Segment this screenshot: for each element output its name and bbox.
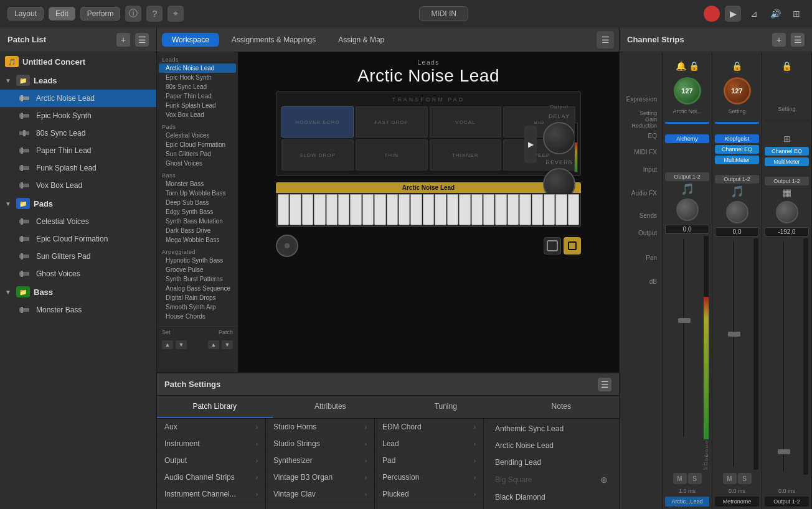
sidebar-item-bass-group[interactable]: ▼ 📁 Bass — [0, 283, 156, 301]
workspace-menu-button[interactable]: ☰ — [597, 31, 614, 49]
ws-pl-groove-pulse[interactable]: Groove Pulse — [157, 265, 238, 274]
tab-notes[interactable]: Notes — [504, 396, 620, 418]
white-key[interactable] — [278, 194, 289, 225]
tp-cell-vocal[interactable]: VOCAL — [430, 106, 502, 138]
patch-list-menu-button[interactable]: ☰ — [135, 33, 149, 47]
ps-item-aux[interactable]: Aux› — [157, 419, 265, 436]
sidebar-item-pads-group[interactable]: ▼ 📁 Pads — [0, 194, 156, 213]
white-key[interactable] — [374, 194, 385, 225]
sidebar-item-arctic-noise-lead[interactable]: Arctic Noise Lead — [0, 90, 156, 107]
input-klopfgeist[interactable]: Klopfgeist — [715, 134, 759, 143]
expression-knob-metronome[interactable]: 127 — [724, 77, 751, 105]
channel-strips-add-button[interactable]: + — [772, 33, 786, 47]
audiofx-channel-eq[interactable]: Channel EQ — [715, 145, 759, 154]
ws-pl-synth-bass-mutation[interactable]: Synth Bass Mutation — [157, 217, 238, 226]
ps-note-bending-lead[interactable]: Bending Lead — [489, 455, 614, 470]
white-key[interactable] — [435, 194, 446, 225]
sidebar-item-vox-box-lead[interactable]: Vox Box Lead — [0, 177, 156, 194]
fader-track-output[interactable] — [782, 240, 785, 473]
white-key[interactable] — [350, 194, 361, 225]
ws-pl-paper-thin-lead[interactable]: Paper Thin Lead — [157, 91, 238, 101]
ps-item-studio-strings[interactable]: Studio Strings› — [266, 436, 374, 452]
ws-prev-button[interactable]: ▲ — [162, 340, 173, 349]
play-button[interactable]: ▶ — [725, 6, 741, 22]
layout-button[interactable]: Layout — [7, 7, 44, 21]
ws-pl-monster-bass[interactable]: Monster Bass — [157, 179, 238, 189]
tab-tuning[interactable]: Tuning — [388, 396, 504, 418]
ps-item-vintage-b3-organ[interactable]: Vintage B3 Organ› — [266, 469, 374, 486]
sidebar-item-untitled-concert[interactable]: 🎵 Untitled Concert — [0, 52, 156, 71]
audiofx-multimeter-output[interactable]: MultiMeter — [765, 157, 809, 166]
white-key[interactable] — [471, 194, 483, 225]
sidebar-item-paper-thin-lead[interactable]: Paper Thin Lead — [0, 142, 156, 159]
white-key[interactable] — [423, 194, 434, 225]
ps-item-vintage-clav[interactable]: Vintage Clav› — [266, 486, 374, 503]
sidebar-item-celestial-voices[interactable]: Celestial Voices — [0, 213, 156, 230]
keyboard-active-button[interactable] — [564, 237, 581, 254]
white-key[interactable] — [447, 194, 458, 225]
ws-pl-analog-bass-sequence[interactable]: Analog Bass Sequence — [157, 284, 238, 293]
ps-item-instrument[interactable]: Instrument› — [157, 436, 265, 452]
keyboard-keys[interactable] — [276, 193, 581, 227]
input-alchemy[interactable]: Alchemy — [665, 134, 709, 143]
white-key[interactable] — [507, 194, 519, 225]
ws-pl-80s-sync-lead[interactable]: 80s Sync Lead — [157, 82, 238, 91]
volume-icon[interactable]: 🔊 — [767, 6, 783, 22]
tp-cell-hoover-echo[interactable]: HOOVER ECHO — [281, 106, 354, 138]
white-key[interactable] — [555, 194, 567, 225]
sidebar-item-leads-group[interactable]: ▼ 📁 Leads — [0, 71, 156, 90]
ws-pl-mega-wobble-bass[interactable]: Mega Wobble Bass — [157, 235, 238, 245]
mute-button-arctic[interactable]: M — [673, 473, 687, 484]
white-key[interactable] — [362, 194, 374, 225]
ws-pl-epic-hook-synth[interactable]: Epic Hook Synth — [157, 73, 238, 82]
ws-next-patch-button[interactable]: ▼ — [222, 340, 233, 349]
channel-strips-menu-button[interactable]: ☰ — [791, 33, 805, 47]
output-metronome[interactable]: Output 1-2 — [715, 175, 759, 184]
sidebar-item-epic-cloud-formation[interactable]: Epic Cloud Formation — [0, 230, 156, 248]
white-key[interactable] — [519, 194, 531, 225]
audiofx-multimeter[interactable]: MultiMeter — [715, 156, 759, 164]
patch-settings-menu-button[interactable]: ☰ — [598, 378, 611, 391]
ps-item-audio-channel-strips[interactable]: Audio Channel Strips› — [157, 469, 265, 486]
ws-pl-ghost-voices[interactable]: Ghost Voices — [157, 159, 238, 168]
white-key[interactable] — [568, 194, 579, 225]
ws-pl-synth-burst-patterns[interactable]: Synth Burst Patterns — [157, 274, 238, 284]
search-icon[interactable]: ⌖ — [168, 6, 184, 22]
ws-pl-house-chords[interactable]: House Chords — [157, 312, 238, 321]
ws-pl-torn-up-wobble-bass[interactable]: Torn Up Wobble Bass — [157, 189, 238, 198]
pan-knob-output[interactable] — [776, 201, 798, 223]
fader-track-arctic[interactable] — [682, 238, 685, 437]
tab-assign-map[interactable]: Assign & Map — [328, 33, 394, 47]
ps-item-percussion[interactable]: Percussion› — [375, 469, 483, 486]
solo-button-metronome[interactable]: S — [738, 473, 752, 484]
link-icon[interactable]: ⊞ — [765, 131, 809, 146]
sidebar-item-funk-splash-lead[interactable]: Funk Splash Lead — [0, 159, 156, 177]
fader-handle-metronome[interactable] — [728, 332, 740, 337]
white-key[interactable] — [410, 194, 422, 225]
ps-note-arctic-noise-lead[interactable]: Arctic Noise Lead — [489, 438, 614, 453]
sidebar-item-80s-sync-lead[interactable]: 80s Sync Lead — [0, 124, 156, 142]
sidebar-item-ghost-voices[interactable]: Ghost Voices — [0, 265, 156, 283]
modwheel-knob[interactable] — [276, 235, 298, 257]
ws-pl-edgy-synth-bass[interactable]: Edgy Synth Bass — [157, 207, 238, 217]
tp-cell-slow-drop[interactable]: SLOW DROP — [281, 139, 354, 170]
output-arctic[interactable]: Output 1-2 — [665, 172, 709, 181]
mixer-icon[interactable]: ⊞ — [788, 6, 805, 22]
white-key[interactable] — [338, 194, 349, 225]
white-key[interactable] — [399, 194, 410, 225]
white-key[interactable] — [544, 194, 555, 225]
tp-cell-thin[interactable]: THIN — [356, 139, 428, 170]
tab-patch-library[interactable]: Patch Library — [157, 396, 273, 418]
transform-pad-next-button[interactable]: ▶ — [524, 126, 537, 163]
sidebar-item-epic-hook-synth[interactable]: Epic Hook Synth — [0, 107, 156, 124]
ws-pl-epic-cloud-formation[interactable]: Epic Cloud Formation — [157, 140, 238, 149]
ws-pl-funk-splash-lead[interactable]: Funk Splash Lead — [157, 101, 238, 110]
sidebar-item-sun-glitters-pad[interactable]: Sun Glitters Pad — [0, 248, 156, 265]
white-key[interactable] — [290, 194, 301, 225]
ps-item-lead[interactable]: Lead› — [375, 436, 483, 452]
white-key[interactable] — [483, 194, 494, 225]
tp-cell-thinner[interactable]: THINNER — [430, 139, 502, 170]
audiofx-channel-eq-output[interactable]: Channel EQ — [765, 147, 809, 156]
white-key[interactable] — [302, 194, 313, 225]
white-key[interactable] — [326, 194, 338, 225]
